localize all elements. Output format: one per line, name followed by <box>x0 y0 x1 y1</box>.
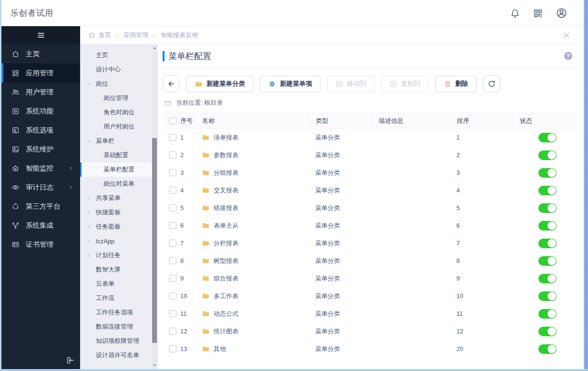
submenu-item-home[interactable]: 主页 <box>80 48 157 62</box>
sidebar-item-third-party-platform[interactable]: 第三方平台 <box>1 197 80 216</box>
table-row: 6表单主从菜单分类6 <box>163 217 577 234</box>
user-avatar-icon[interactable] <box>556 7 567 19</box>
submenu-item-user-to-post[interactable]: 用户对岗位 <box>80 120 157 134</box>
scroll-up-icon[interactable] <box>152 45 157 51</box>
select-all-checkbox[interactable] <box>169 117 176 124</box>
status-toggle[interactable] <box>538 239 557 248</box>
gear-icon <box>268 80 276 88</box>
row-name-cell[interactable]: 分组报表 <box>195 169 309 177</box>
sidebar-item-system-maintenance[interactable]: 系统维护 <box>1 140 80 159</box>
row-checkbox[interactable] <box>169 240 176 247</box>
row-name: 树型报表 <box>214 257 238 265</box>
submenu-item-quick-panel[interactable]: 快捷面板 <box>80 205 157 220</box>
row-name-cell[interactable]: 其他 <box>195 345 309 353</box>
submenu-item-work-task-options[interactable]: 工作任务选项 <box>80 305 157 320</box>
breadcrumb-item[interactable]: 应用管理 <box>124 31 148 40</box>
breadcrumb-item[interactable]: 首页 <box>99 31 111 40</box>
sidebar-item-system-options[interactable]: 系统选项 <box>1 120 80 140</box>
status-toggle[interactable] <box>538 309 557 319</box>
table-header-2: 类型 <box>309 113 371 128</box>
status-toggle[interactable] <box>538 186 557 195</box>
submenu-item-role-to-post[interactable]: 角色对岗位 <box>80 105 157 120</box>
row-name-cell[interactable]: 统计图表 <box>195 327 309 336</box>
row-checkbox[interactable] <box>169 151 176 159</box>
status-toggle[interactable] <box>538 327 557 336</box>
sidebar-item-audit-logs[interactable]: 审计日志 <box>1 178 80 197</box>
row-checkbox[interactable] <box>169 134 176 141</box>
submenu-item-post-to-menu[interactable]: 岗位对菜单 <box>80 177 157 191</box>
row-name-cell[interactable]: 树型报表 <box>195 257 309 265</box>
row-checkbox[interactable] <box>169 275 176 282</box>
back-button[interactable] <box>163 75 180 92</box>
hamburger-menu-icon[interactable] <box>36 30 46 40</box>
sidebar-item-home[interactable]: 主页 <box>1 44 80 63</box>
row-name-cell[interactable]: 动态公式 <box>195 310 309 318</box>
status-toggle[interactable] <box>538 168 557 178</box>
submenu-item-task-panel[interactable]: 任务面板 <box>80 220 157 234</box>
submenu-scrollbar[interactable] <box>152 44 157 369</box>
row-name-cell[interactable]: 参数报表 <box>195 151 309 160</box>
status-toggle[interactable] <box>538 274 557 283</box>
row-name-cell[interactable]: 清单报表 <box>195 133 309 142</box>
submenu-item-cloud-form[interactable]: 云表单 <box>80 277 157 291</box>
status-toggle[interactable] <box>538 221 557 231</box>
notification-bell-icon[interactable] <box>510 8 520 19</box>
row-name-cell[interactable]: 表单主从 <box>195 221 309 230</box>
move-to-button[interactable]: 移动到 <box>327 76 375 92</box>
delete-button[interactable]: 删除 <box>435 76 476 92</box>
help-icon[interactable]: ? <box>564 52 572 60</box>
breadcrumb-item[interactable]: 智能报表实例 <box>161 31 198 40</box>
sidebar-item-user-management[interactable]: 用户管理 <box>1 82 80 101</box>
row-checkbox[interactable] <box>169 204 176 211</box>
status-toggle[interactable] <box>538 133 557 142</box>
new-menu-category-button[interactable]: 新建菜单分类 <box>186 76 253 92</box>
row-checkbox[interactable] <box>169 328 176 335</box>
row-name-cell[interactable]: 组合报表 <box>195 274 309 283</box>
submenu-item-menu-bar-config[interactable]: 菜单栏配置 <box>80 162 157 177</box>
submenu-item-workflow[interactable]: 工作流 <box>80 291 157 305</box>
column-header-label: 描述信息 <box>379 117 403 125</box>
row-checkbox[interactable] <box>169 257 176 264</box>
submenu-item-scheduled-tasks[interactable]: 计划任务 <box>80 248 157 262</box>
new-menu-item-button[interactable]: 新建菜单项 <box>260 76 320 92</box>
status-toggle[interactable] <box>538 256 557 266</box>
sidebar-item-app-management[interactable]: 应用管理 <box>1 63 80 82</box>
row-checkbox[interactable] <box>169 187 176 194</box>
submenu-item-design-center[interactable]: 设计中心 <box>80 62 157 77</box>
submenu-item-lczapp[interactable]: lczApp <box>80 234 157 248</box>
submenu-item-data-screen[interactable]: 数智大屏 <box>80 262 157 277</box>
submenu-item-shared-menu[interactable]: 共享菜单 <box>80 191 157 205</box>
collapse-sidebar-icon[interactable] <box>66 356 75 365</box>
status-toggle[interactable] <box>538 203 557 213</box>
submenu-item-data-connection-management[interactable]: 数据连接管理 <box>80 320 157 334</box>
submenu-item-basic-config[interactable]: 基础配置 <box>80 148 157 162</box>
scrollbar-thumb[interactable] <box>152 138 157 343</box>
submenu-item-designer-license-list[interactable]: 设计器许可名单 <box>80 348 157 362</box>
submenu-item-knowledge-permission-management[interactable]: 知识项权限管理 <box>80 334 157 348</box>
status-toggle[interactable] <box>538 150 557 160</box>
row-checkbox[interactable] <box>169 345 176 352</box>
copy-to-button[interactable]: 复制到 <box>381 76 429 92</box>
scroll-down-icon[interactable] <box>152 362 157 368</box>
row-name-cell[interactable]: 交叉报表 <box>195 186 309 195</box>
submenu-item-menu-bar[interactable]: 菜单栏 <box>80 134 157 148</box>
status-toggle[interactable] <box>538 344 557 354</box>
row-checkbox[interactable] <box>169 310 176 317</box>
refresh-button[interactable] <box>483 75 500 92</box>
window-scrollbar[interactable] <box>584 0 588 371</box>
sidebar-item-system-functions[interactable]: 系统功能 <box>1 101 80 120</box>
close-tab-icon[interactable] <box>562 30 571 40</box>
row-name-cell[interactable]: 多工作表 <box>195 292 309 301</box>
row-checkbox[interactable] <box>169 169 176 176</box>
sidebar-item-system-integration[interactable]: 系统集成 <box>1 216 80 235</box>
qr-code-icon[interactable] <box>533 8 543 19</box>
sidebar-item-certificate-management[interactable]: 证书管理 <box>1 235 80 254</box>
row-checkbox[interactable] <box>169 292 176 300</box>
submenu-item-post-management[interactable]: 岗位管理 <box>80 91 157 105</box>
submenu-item-post[interactable]: 岗位 <box>80 77 157 91</box>
row-name-cell[interactable]: 分栏报表 <box>195 239 309 248</box>
row-name-cell[interactable]: 链接报表 <box>195 204 309 212</box>
row-checkbox[interactable] <box>169 222 176 229</box>
status-toggle[interactable] <box>538 291 557 301</box>
sidebar-item-smart-monitoring[interactable]: 智能监控 <box>1 159 80 178</box>
